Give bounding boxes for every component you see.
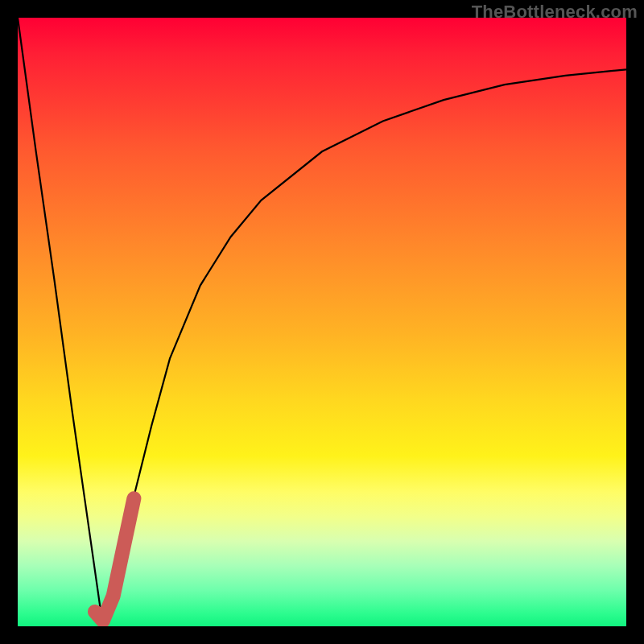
right-ascent-curve <box>103 69 626 626</box>
accent-hook <box>95 498 134 621</box>
curve-layer <box>18 18 626 626</box>
chart-frame: TheBottleneck.com <box>0 0 644 644</box>
watermark-text: TheBottleneck.com <box>472 2 638 23</box>
plot-area <box>18 18 626 626</box>
left-descent-line <box>18 18 103 626</box>
